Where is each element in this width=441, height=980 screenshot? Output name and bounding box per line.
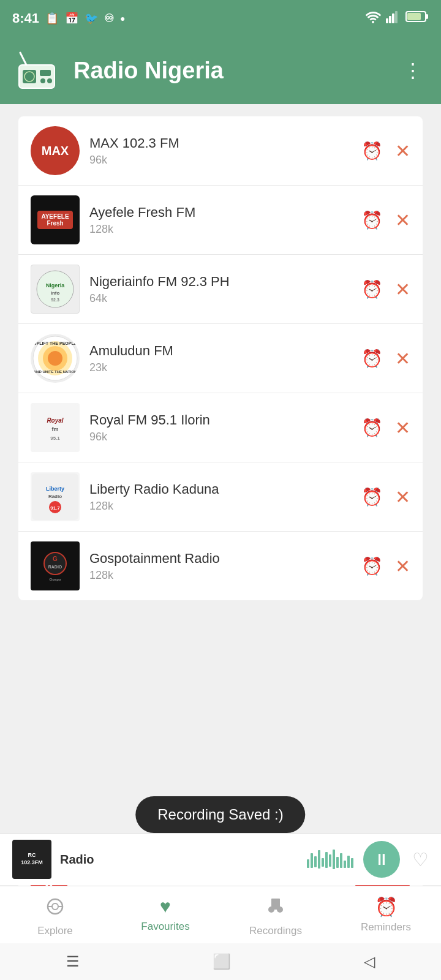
- calendar-icon: 📅: [65, 12, 78, 25]
- station-name: Amuludun FM: [89, 343, 352, 359]
- system-back-button[interactable]: ◁: [364, 953, 375, 970]
- wifi-icon: [365, 10, 381, 27]
- station-logo-liberty: Liberty Radio 91.7: [31, 472, 80, 521]
- svg-text:Info: Info: [51, 290, 60, 296]
- signal-icon: [386, 10, 401, 27]
- status-right: [365, 10, 429, 27]
- station-bitrate: 64k: [89, 292, 352, 305]
- station-bitrate: 128k: [89, 223, 352, 236]
- svg-point-14: [37, 271, 74, 307]
- svg-text:Gospo: Gospo: [50, 578, 61, 581]
- station-bitrate: 128k: [89, 500, 352, 513]
- nav-item-favourites[interactable]: ♥ Favourites: [110, 886, 221, 943]
- status-left: 8:41 📋 📅 🐦 ♾ ●: [12, 10, 126, 26]
- station-logo-royal: Royal fm 95.1: [31, 403, 80, 452]
- svg-text:AND UNITE THE NATION: AND UNITE THE NATION: [34, 370, 77, 374]
- station-logo-ayefele: AYEFELEFresh: [31, 195, 80, 244]
- svg-rect-0: [386, 18, 388, 23]
- svg-rect-1: [389, 16, 391, 23]
- now-playing-info: Radio: [60, 853, 297, 867]
- station-actions: ⏰ ✕: [361, 209, 410, 231]
- station-info: Gospotainment Radio 128k: [89, 551, 352, 582]
- status-time: 8:41: [12, 10, 39, 26]
- station-item[interactable]: Liberty Radio 91.7 Liberty Radio Kaduna …: [18, 462, 423, 532]
- alarm-icon[interactable]: ⏰: [361, 349, 383, 369]
- station-bitrate: 96k: [89, 431, 352, 443]
- nav-item-recordings[interactable]: Recordings: [221, 886, 331, 943]
- nav-item-explore[interactable]: Explore: [0, 886, 110, 943]
- svg-text:Radio: Radio: [48, 494, 62, 499]
- svg-text:UPLIFT THE PEOPLE: UPLIFT THE PEOPLE: [34, 341, 77, 345]
- nav-item-reminders[interactable]: ⏰ Reminders: [331, 886, 441, 943]
- explore-label: Explore: [37, 925, 73, 937]
- svg-rect-43: [325, 852, 328, 868]
- explore-icon: [45, 896, 66, 921]
- alarm-icon[interactable]: ⏰: [361, 487, 383, 507]
- svg-rect-11: [40, 70, 51, 76]
- battery-icon: [405, 10, 429, 26]
- alarm-icon[interactable]: ⏰: [361, 418, 383, 438]
- remove-station-button[interactable]: ✕: [395, 140, 410, 162]
- alarm-icon[interactable]: ⏰: [361, 210, 383, 230]
- svg-rect-41: [318, 850, 320, 869]
- svg-rect-47: [340, 853, 342, 868]
- svg-rect-6: [407, 13, 421, 20]
- station-logo-nigeriainfo: Nigeria Info 92.3: [31, 265, 80, 314]
- alarm-icon[interactable]: ⏰: [361, 556, 383, 576]
- waveform-viz: [306, 847, 355, 872]
- svg-rect-39: [311, 853, 313, 868]
- station-info: Royal FM 95.1 Ilorin 96k: [89, 412, 352, 443]
- svg-rect-42: [322, 858, 324, 867]
- remove-station-button[interactable]: ✕: [395, 279, 410, 300]
- pause-button[interactable]: ⏸: [363, 841, 400, 878]
- station-name: Ayefele Fresh FM: [89, 205, 352, 221]
- remove-station-button[interactable]: ✕: [395, 556, 410, 577]
- svg-point-52: [52, 903, 58, 910]
- station-logo-max: MAX: [31, 126, 80, 175]
- app-logo: [12, 46, 61, 95]
- svg-point-21: [48, 351, 62, 366]
- alarm-icon[interactable]: ⏰: [361, 279, 383, 300]
- station-item[interactable]: AYEFELEFresh Ayefele Fresh FM 128k ⏰ ✕: [18, 186, 423, 255]
- svg-rect-44: [329, 854, 331, 867]
- reminders-icon: ⏰: [375, 896, 398, 918]
- sim-icon: 📋: [45, 12, 59, 25]
- svg-rect-45: [333, 850, 335, 869]
- remove-station-button[interactable]: ✕: [395, 209, 410, 231]
- station-info: MAX 102.3 FM 96k: [89, 135, 352, 167]
- now-playing-logo: RC102.3FM: [12, 840, 51, 879]
- remove-station-button[interactable]: ✕: [395, 417, 410, 439]
- station-info: Ayefele Fresh FM 128k: [89, 205, 352, 236]
- header-menu-button[interactable]: ⋮: [397, 53, 429, 88]
- cast-icon: ♾: [104, 12, 114, 25]
- recordings-label: Recordings: [249, 925, 302, 937]
- svg-text:95.1: 95.1: [50, 435, 60, 441]
- system-home-button[interactable]: ⬜: [213, 953, 231, 970]
- svg-text:92.3: 92.3: [51, 298, 59, 302]
- station-actions: ⏰ ✕: [361, 417, 410, 439]
- alarm-icon-active[interactable]: ⏰: [361, 141, 383, 161]
- system-menu-button[interactable]: ☰: [66, 953, 80, 970]
- remove-station-button[interactable]: ✕: [395, 348, 410, 369]
- svg-text:fm: fm: [52, 426, 59, 432]
- station-actions: ⏰ ✕: [361, 348, 410, 369]
- favourite-button[interactable]: ♡: [412, 849, 429, 870]
- station-item[interactable]: Royal fm 95.1 Royal FM 95.1 Ilorin 96k ⏰…: [18, 393, 423, 462]
- station-item[interactable]: G RADIO Gospo Gospotainment Radio 128k ⏰…: [18, 532, 423, 600]
- svg-rect-40: [314, 856, 317, 867]
- remove-station-button[interactable]: ✕: [395, 486, 410, 508]
- station-bitrate: 96k: [89, 154, 352, 167]
- svg-rect-57: [271, 899, 280, 910]
- svg-text:Royal: Royal: [47, 417, 63, 424]
- svg-point-13: [47, 78, 52, 83]
- svg-rect-5: [426, 14, 428, 19]
- favourites-label: Favourites: [141, 921, 189, 933]
- station-item[interactable]: MAX MAX 102.3 FM 96k ⏰ ✕: [18, 116, 423, 186]
- station-item[interactable]: UPLIFT THE PEOPLE AND UNITE THE NATION A…: [18, 324, 423, 393]
- svg-text:RADIO: RADIO: [48, 565, 62, 569]
- now-playing-controls: ⏸ ♡: [363, 841, 429, 878]
- station-name: Gospotainment Radio: [89, 551, 352, 567]
- station-logo-gospotainment: G RADIO Gospo: [31, 541, 80, 590]
- toast-message: Recording Saved :): [157, 806, 283, 823]
- station-item[interactable]: Nigeria Info 92.3 Nigeriainfo FM 92.3 PH…: [18, 255, 423, 324]
